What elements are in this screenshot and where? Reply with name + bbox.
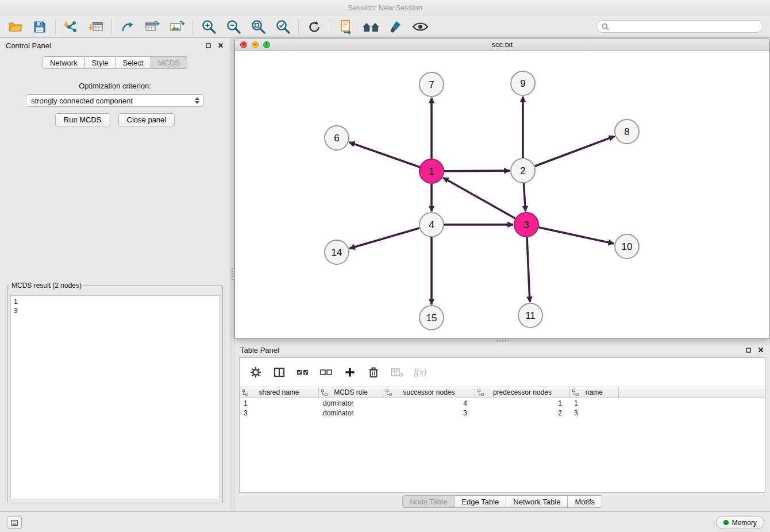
toolbar-separator: [330, 20, 330, 34]
close-panel-button[interactable]: Close panel: [118, 113, 175, 126]
table-cell[interactable]: 2: [475, 409, 570, 417]
select-all-rows-icon[interactable]: [296, 365, 310, 379]
close-panel-icon[interactable]: [757, 346, 764, 353]
apply-style-icon[interactable]: [386, 18, 405, 36]
table-cell[interactable]: 3: [383, 409, 475, 417]
table-cell[interactable]: dominator: [319, 399, 383, 407]
network-window-titlebar[interactable]: scc.txt: [235, 38, 769, 51]
graph-edge-1-2[interactable]: [444, 171, 510, 171]
tab-style[interactable]: Style: [85, 56, 116, 69]
function-builder-icon: f(x): [414, 367, 426, 377]
tab-network-table[interactable]: Network Table: [506, 495, 568, 508]
tab-motifs[interactable]: Motifs: [568, 495, 602, 508]
minimize-window-icon[interactable]: [252, 41, 259, 48]
memory-button[interactable]: Memory: [716, 516, 764, 529]
export-table-icon[interactable]: [143, 18, 161, 36]
table-row[interactable]: 3dominator323: [240, 408, 765, 418]
zoom-out-icon[interactable]: [224, 18, 242, 36]
add-column-icon[interactable]: [343, 365, 357, 379]
tab-select[interactable]: Select: [116, 56, 151, 69]
table-cell[interactable]: 1: [240, 399, 319, 407]
show-columns-icon[interactable]: [272, 365, 286, 379]
graph-edge-3-11[interactable]: [527, 237, 530, 302]
search-input[interactable]: [612, 21, 763, 32]
home-icon[interactable]: [361, 18, 380, 36]
graph-node-14[interactable]: 14: [325, 240, 349, 264]
table-cell[interactable]: 3: [240, 409, 319, 417]
graph-node-1[interactable]: 1: [419, 159, 444, 183]
float-panel-icon[interactable]: [745, 346, 752, 353]
table-cell[interactable]: 1: [570, 399, 619, 407]
clone-network-icon[interactable]: [337, 18, 355, 36]
table-cell[interactable]: 1: [475, 399, 570, 407]
graph-edge-1-6[interactable]: [349, 142, 420, 167]
table-toolbar: f(x): [240, 358, 765, 387]
mcds-result-list[interactable]: 1 3: [10, 295, 220, 499]
zoom-in-icon[interactable]: [199, 18, 218, 36]
zoom-selected-icon[interactable]: [274, 18, 292, 36]
save-session-icon[interactable]: [30, 18, 49, 36]
criterion-select[interactable]: strongly connected component: [26, 94, 204, 107]
tab-network[interactable]: Network: [43, 56, 85, 69]
table-cell[interactable]: 3: [570, 409, 619, 417]
svg-text:2: 2: [520, 165, 525, 176]
column-header-successor-nodes[interactable]: successor nodes: [383, 387, 475, 398]
graph-node-6[interactable]: 6: [325, 126, 349, 150]
graph-node-4[interactable]: 4: [419, 213, 444, 237]
svg-text:11: 11: [525, 310, 536, 321]
table-cell[interactable]: 4: [383, 399, 475, 407]
graph-node-8[interactable]: 8: [615, 119, 639, 144]
network-graph[interactable]: 7968124314101511: [235, 51, 769, 339]
panel-toggle-button[interactable]: [7, 516, 22, 529]
delete-column-trash-icon[interactable]: [367, 365, 380, 379]
column-header-predecessor-nodes[interactable]: predecessor nodes: [475, 387, 570, 398]
graph-node-7[interactable]: 7: [419, 72, 444, 97]
close-panel-icon[interactable]: [217, 42, 224, 49]
run-mcds-button[interactable]: Run MCDS: [55, 113, 110, 126]
toolbar-separator: [55, 20, 56, 34]
graph-edge-3-1[interactable]: [443, 178, 515, 218]
graph-node-3[interactable]: 3: [514, 213, 538, 237]
graph-edge-2-3[interactable]: [523, 183, 525, 211]
splitter-grip: [496, 340, 509, 342]
graph-edge-3-10[interactable]: [539, 228, 614, 244]
graph-node-15[interactable]: 15: [419, 306, 444, 330]
export-image-icon[interactable]: [168, 18, 186, 36]
float-panel-icon[interactable]: [205, 42, 211, 49]
graph-node-10[interactable]: 10: [615, 234, 639, 259]
mcds-result-group: MCDS result (2 nodes) 1 3: [7, 282, 223, 503]
deselect-all-rows-icon[interactable]: [319, 365, 333, 379]
tab-mcds[interactable]: MCDS: [151, 56, 187, 69]
memory-status-dot: [723, 520, 729, 525]
maximize-window-icon[interactable]: [263, 41, 270, 48]
graph-node-11[interactable]: 11: [518, 303, 542, 327]
tab-edge-table[interactable]: Edge Table: [455, 495, 506, 508]
mcds-result-line: 3: [14, 306, 219, 315]
graph-node-9[interactable]: 9: [511, 71, 535, 95]
tab-node-table[interactable]: Node Table: [402, 495, 455, 508]
table-settings-gear-icon[interactable]: [249, 365, 263, 379]
table-body: 1dominator4113dominator323: [240, 398, 765, 418]
column-header-MCDS-role[interactable]: MCDS role: [319, 387, 383, 398]
show-details-eye-icon[interactable]: [411, 18, 429, 36]
svg-text:7: 7: [429, 79, 434, 90]
criterion-selected-value: strongly connected component: [31, 97, 195, 105]
import-table-icon[interactable]: [87, 18, 105, 36]
close-window-icon[interactable]: [240, 41, 247, 48]
graph-edge-2-8[interactable]: [535, 136, 615, 166]
table-row[interactable]: 1dominator411: [240, 398, 765, 408]
graph-edge-4-14[interactable]: [349, 228, 419, 249]
zoom-fit-icon[interactable]: [249, 18, 267, 36]
column-header-name[interactable]: name: [570, 387, 619, 398]
refresh-icon[interactable]: [305, 18, 324, 36]
list-icon: [11, 519, 18, 526]
column-header-shared-name[interactable]: shared name: [240, 387, 319, 398]
import-network-icon[interactable]: [62, 18, 80, 36]
graph-node-2[interactable]: 2: [511, 159, 535, 183]
svg-text:6: 6: [334, 133, 339, 144]
table-header-row: shared nameMCDS rolesuccessor nodesprede…: [240, 387, 765, 398]
open-session-icon[interactable]: [6, 18, 24, 36]
vertical-splitter[interactable]: [230, 38, 234, 511]
new-network-icon[interactable]: [118, 18, 137, 36]
table-cell[interactable]: dominator: [319, 409, 383, 417]
